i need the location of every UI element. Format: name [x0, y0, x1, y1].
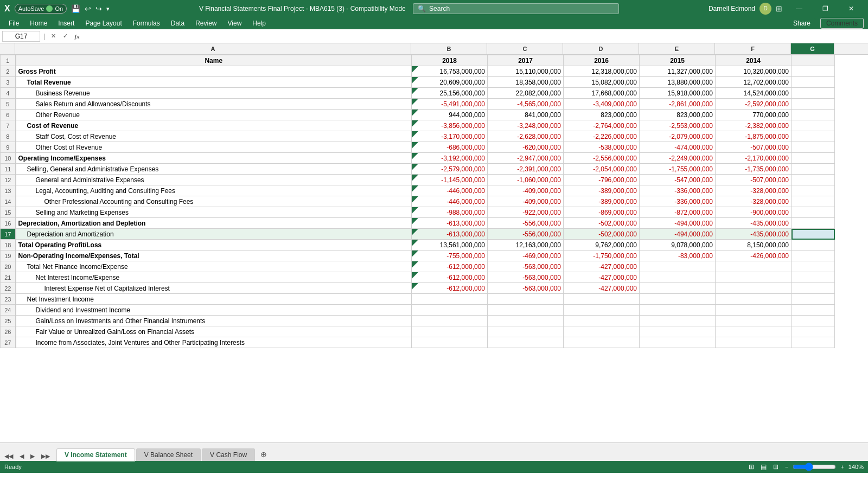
cell-f7[interactable]: -2,382,000,000 — [716, 120, 792, 131]
cell-g1[interactable] — [792, 55, 835, 66]
cell-c25[interactable] — [488, 316, 564, 326]
cell-b21[interactable]: -612,000,000 — [412, 272, 488, 283]
cell-f2[interactable]: 10,320,000,000 — [716, 66, 792, 77]
redo-icon[interactable]: ↪ — [95, 4, 102, 13]
cell-b11[interactable]: -2,579,000,000 — [412, 164, 488, 175]
tab-scroll-next[interactable]: ▶ — [28, 452, 37, 461]
cell-g25[interactable] — [792, 316, 835, 326]
cell-c14[interactable]: -409,000,000 — [488, 196, 564, 207]
zoom-minus-icon[interactable]: − — [785, 464, 788, 470]
cell-d3[interactable]: 15,082,000,000 — [564, 77, 640, 88]
cell-f27[interactable] — [716, 337, 792, 348]
cell-e13[interactable]: -336,000,000 — [640, 185, 716, 196]
cell-b26[interactable] — [412, 326, 488, 337]
cell-name[interactable]: Cost of Revenue — [16, 120, 412, 131]
cell-c27[interactable] — [488, 337, 564, 348]
menu-view[interactable]: View — [224, 18, 246, 28]
cell-f18[interactable]: 8,150,000,000 — [716, 240, 792, 251]
cell-c20[interactable]: -563,000,000 — [488, 261, 564, 272]
cell-e8[interactable]: -2,079,000,000 — [640, 131, 716, 142]
cell-g7[interactable] — [792, 120, 835, 131]
cell-b27[interactable] — [412, 337, 488, 348]
cell-name[interactable]: Selling, General and Administrative Expe… — [16, 164, 412, 175]
cell-b9[interactable]: -686,000,000 — [412, 142, 488, 153]
cell-f24[interactable] — [716, 305, 792, 316]
menu-formulas[interactable]: Formulas — [129, 18, 164, 28]
cell-name[interactable]: Income from Associates, Joint Ventures a… — [16, 337, 412, 348]
cell-d12[interactable]: -796,000,000 — [564, 175, 640, 185]
sheet-tab-balance-sheet[interactable]: V Balance Sheet — [136, 448, 201, 461]
cell-name[interactable]: Net Investment Income — [16, 294, 412, 305]
cell-c10[interactable]: -2,947,000,000 — [488, 153, 564, 164]
cell-d2[interactable]: 12,318,000,000 — [564, 66, 640, 77]
cell-g26[interactable] — [792, 326, 835, 337]
cell-d1[interactable]: 2016 — [564, 55, 640, 66]
cell-e10[interactable]: -2,249,000,000 — [640, 153, 716, 164]
cell-f17[interactable]: -435,000,000 — [716, 229, 792, 240]
cell-b4[interactable]: 25,156,000,000 — [412, 88, 488, 99]
cell-e15[interactable]: -872,000,000 — [640, 207, 716, 218]
cell-e16[interactable]: -494,000,000 — [640, 218, 716, 229]
cell-name[interactable]: Depreciation and Amortization — [16, 229, 412, 240]
cell-name[interactable]: Gross Profit — [16, 66, 412, 77]
cell-d18[interactable]: 9,762,000,000 — [564, 240, 640, 251]
cell-d6[interactable]: 823,000,000 — [564, 110, 640, 120]
cell-g2[interactable] — [792, 66, 835, 77]
cell-c22[interactable]: -563,000,000 — [488, 283, 564, 294]
cell-f8[interactable]: -1,875,000,000 — [716, 131, 792, 142]
zoom-plus-icon[interactable]: + — [840, 464, 844, 470]
cell-name[interactable]: Staff Cost, Cost of Revenue — [16, 131, 412, 142]
cell-b14[interactable]: -446,000,000 — [412, 196, 488, 207]
cell-b2[interactable]: 16,753,000,000 — [412, 66, 488, 77]
cell-d16[interactable]: -502,000,000 — [564, 218, 640, 229]
cell-e14[interactable]: -336,000,000 — [640, 196, 716, 207]
cell-f5[interactable]: -2,592,000,000 — [716, 99, 792, 110]
zoom-slider[interactable] — [793, 463, 836, 471]
cell-b23[interactable] — [412, 294, 488, 305]
cell-f15[interactable]: -900,000,000 — [716, 207, 792, 218]
cell-e3[interactable]: 13,880,000,000 — [640, 77, 716, 88]
cell-g17[interactable] — [792, 229, 835, 240]
cell-b20[interactable]: -612,000,000 — [412, 261, 488, 272]
cell-d21[interactable]: -427,000,000 — [564, 272, 640, 283]
cell-f14[interactable]: -328,000,000 — [716, 196, 792, 207]
cell-d4[interactable]: 17,668,000,000 — [564, 88, 640, 99]
cell-b19[interactable]: -755,000,000 — [412, 251, 488, 261]
cell-e24[interactable] — [640, 305, 716, 316]
cell-e9[interactable]: -474,000,000 — [640, 142, 716, 153]
cell-b7[interactable]: -3,856,000,000 — [412, 120, 488, 131]
cell-f19[interactable]: -426,000,000 — [716, 251, 792, 261]
cell-b17[interactable]: -613,000,000 — [412, 229, 488, 240]
cell-c6[interactable]: 841,000,000 — [488, 110, 564, 120]
cell-g3[interactable] — [792, 77, 835, 88]
cell-e17[interactable]: -494,000,000 — [640, 229, 716, 240]
sheet-content[interactable]: 1Name201820172016201520142Gross Profit16… — [0, 55, 868, 442]
cell-g21[interactable] — [792, 272, 835, 283]
cell-e18[interactable]: 9,078,000,000 — [640, 240, 716, 251]
cell-d10[interactable]: -2,556,000,000 — [564, 153, 640, 164]
cell-c5[interactable]: -4,565,000,000 — [488, 99, 564, 110]
cell-b15[interactable]: -988,000,000 — [412, 207, 488, 218]
cell-name[interactable]: Other Professional Accounting and Consul… — [16, 196, 412, 207]
cell-d26[interactable] — [564, 326, 640, 337]
cell-g27[interactable] — [792, 337, 835, 348]
cell-f21[interactable] — [716, 272, 792, 283]
cell-c16[interactable]: -556,000,000 — [488, 218, 564, 229]
cell-name[interactable]: Name — [16, 55, 412, 66]
cell-e22[interactable] — [640, 283, 716, 294]
cell-c17[interactable]: -556,000,000 — [488, 229, 564, 240]
confirm-formula-icon[interactable]: ✓ — [60, 31, 70, 41]
cell-g14[interactable] — [792, 196, 835, 207]
cell-b24[interactable] — [412, 305, 488, 316]
cell-e19[interactable]: -83,000,000 — [640, 251, 716, 261]
col-header-c[interactable]: C — [487, 43, 563, 54]
cell-g19[interactable] — [792, 251, 835, 261]
cell-b3[interactable]: 20,609,000,000 — [412, 77, 488, 88]
cell-e1[interactable]: 2015 — [640, 55, 716, 66]
cell-c4[interactable]: 22,082,000,000 — [488, 88, 564, 99]
cell-name[interactable]: Other Cost of Revenue — [16, 142, 412, 153]
tab-scroll-prev[interactable]: ◀ — [17, 452, 26, 461]
col-header-b[interactable]: B — [411, 43, 487, 54]
cell-name[interactable]: Total Net Finance Income/Expense — [16, 261, 412, 272]
cell-d11[interactable]: -2,054,000,000 — [564, 164, 640, 175]
